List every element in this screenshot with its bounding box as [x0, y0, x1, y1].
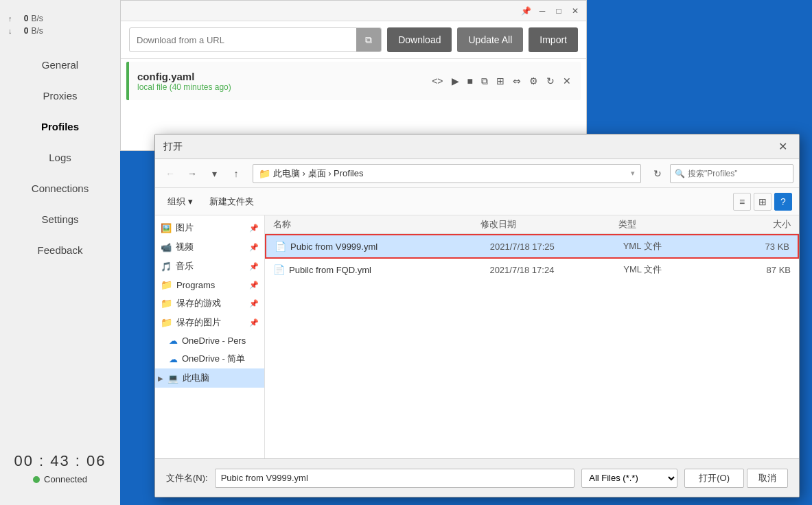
tree-item-onedrive2[interactable]: ☁ OneDrive - 简单: [155, 349, 264, 368]
maximize-button[interactable]: □: [553, 5, 564, 16]
col-type[interactable]: 类型: [618, 218, 722, 231]
paste-button[interactable]: ⧉: [356, 27, 381, 52]
sidebar-item-profiles[interactable]: Profiles: [0, 111, 120, 142]
tree-item-pictures[interactable]: 🖼️ 图片 📌: [155, 218, 264, 237]
dropdown-button[interactable]: ▾: [205, 164, 224, 183]
tree-item-music-label: 音乐: [176, 260, 194, 272]
new-folder-button[interactable]: 新建文件夹: [204, 193, 259, 211]
file0-date: 2021/7/18 17:25: [490, 242, 623, 252]
stop-button[interactable]: ■: [466, 74, 474, 88]
file0-name: Pubic from V9999.yml: [290, 242, 490, 252]
breadcrumb-bar[interactable]: 📁 此电脑 › 桌面 › Profiles ▾: [253, 164, 641, 183]
minimize-button[interactable]: ─: [537, 5, 548, 16]
sidebar-tree: 🖼️ 图片 📌 📹 视频 📌 🎵 音乐 📌 📁 Programs 📌 📁: [155, 215, 265, 458]
url-input[interactable]: [130, 35, 356, 45]
saved-games-folder-icon: 📁: [161, 298, 172, 309]
tree-item-saved-games[interactable]: 📁 保存的游戏 📌: [155, 294, 264, 313]
dialog-nav: ← → ▾ ↑ 📁 此电脑 › 桌面 › Profiles ▾ ↻ 🔍: [155, 159, 799, 188]
update-all-button[interactable]: Update All: [457, 27, 523, 52]
open-button[interactable]: 打开(O): [684, 469, 744, 488]
col-name[interactable]: 名称: [273, 218, 480, 231]
file1-date: 2021/7/18 17:24: [489, 265, 623, 275]
sidebar-item-proxies[interactable]: Proxies: [0, 80, 120, 111]
file-row-0[interactable]: 📄 Pubic from V9999.yml 2021/7/18 17:25 Y…: [265, 234, 799, 259]
music-icon: 🎵: [161, 261, 172, 272]
gear-button[interactable]: ⚙: [528, 74, 540, 88]
file1-type: YML 文件: [623, 263, 723, 276]
back-button[interactable]: ←: [161, 164, 180, 183]
view-details-button[interactable]: ⊞: [754, 193, 772, 211]
config-close-button[interactable]: ✕: [561, 74, 572, 88]
close-button[interactable]: ✕: [570, 5, 581, 16]
tree-item-onedrive1[interactable]: ☁ OneDrive - Pers: [155, 332, 264, 349]
filetype-select[interactable]: All Files (*.*): [581, 469, 677, 488]
tree-item-music[interactable]: 🎵 音乐 📌: [155, 257, 264, 276]
help-button[interactable]: ?: [774, 193, 792, 211]
tree-item-videos-label: 视频: [176, 241, 194, 253]
forward-button[interactable]: →: [183, 164, 202, 183]
reload-button[interactable]: ↻: [545, 74, 556, 88]
file0-type: YML 文件: [623, 240, 723, 252]
dialog-close-button[interactable]: ✕: [774, 139, 791, 155]
file1-name: Pubilc from FQD.yml: [289, 265, 489, 275]
col-size[interactable]: 大小: [721, 218, 791, 231]
grid-button[interactable]: ⊞: [495, 74, 506, 88]
sidebar-item-feedback[interactable]: Feedback: [0, 235, 120, 266]
copy-button[interactable]: ⧉: [480, 74, 489, 89]
file1-icon: 📄: [273, 264, 285, 275]
play-button[interactable]: ▶: [450, 74, 461, 88]
tree-item-saved-pics-label: 保存的图片: [176, 316, 221, 329]
tree-item-saved-pics[interactable]: 📁 保存的图片 📌: [155, 313, 264, 332]
tree-item-videos[interactable]: 📹 视频 📌: [155, 237, 264, 257]
upload-arrow-icon: ↑: [8, 14, 12, 23]
dialog-body: 🖼️ 图片 📌 📹 视频 📌 🎵 音乐 📌 📁 Programs 📌 📁: [155, 215, 799, 458]
saved-pics-folder-icon: 📁: [161, 317, 172, 328]
pin-icon6: 📌: [249, 318, 259, 327]
sidebar-nav: General Proxies Profiles Logs Connection…: [0, 49, 120, 266]
pin-icon4: 📌: [249, 281, 259, 290]
flip-button[interactable]: ⇔: [511, 74, 522, 88]
sidebar-item-settings[interactable]: Settings: [0, 204, 120, 235]
filename-input[interactable]: [215, 469, 575, 488]
main-toolbar: ⧉ Download Update All Import: [121, 21, 586, 59]
pin-icon: 📌: [249, 224, 259, 233]
breadcrumb-folder-icon: 📁: [259, 168, 270, 179]
sidebar-item-logs[interactable]: Logs: [0, 142, 120, 173]
import-button[interactable]: Import: [529, 27, 578, 52]
up-button[interactable]: ↑: [227, 164, 246, 183]
download-arrow-icon: ↓: [8, 27, 12, 35]
config-meta: local file (40 minutes ago): [137, 82, 424, 92]
videos-icon: 📹: [161, 242, 172, 252]
sidebar-item-connections[interactable]: Connections: [0, 173, 120, 204]
dialog-toolbar-row: 组织 ▾ 新建文件夹 ≡ ⊞ ?: [155, 188, 799, 215]
download-value: 0: [15, 26, 29, 36]
pin-icon5: 📌: [249, 299, 259, 308]
url-input-wrapper: ⧉: [129, 27, 382, 52]
file-row-1[interactable]: 📄 Pubilc from FQD.yml 2021/7/18 17:24 YM…: [265, 259, 799, 281]
file-list-area: 名称 修改日期 类型 大小 📄 Pubic from V9999.yml 202…: [265, 215, 799, 458]
refresh-button[interactable]: ↻: [648, 164, 667, 183]
col-date[interactable]: 修改日期: [480, 218, 618, 231]
tree-item-onedrive2-label: OneDrive - 简单: [182, 353, 245, 365]
code-view-button[interactable]: <>: [430, 74, 444, 88]
pin-icon3: 📌: [249, 262, 259, 271]
search-input[interactable]: [688, 169, 791, 178]
status-dot-icon: [33, 476, 40, 483]
download-button[interactable]: Download: [387, 27, 452, 52]
connection-label: Connected: [44, 474, 87, 484]
tree-item-this-pc[interactable]: ▶ 💻 此电脑: [155, 368, 264, 388]
file0-icon: 📄: [275, 241, 286, 252]
main-window: 📌 ─ □ ✕ ⧉ Download Update All Import con…: [120, 0, 587, 151]
sidebar-item-general[interactable]: General: [0, 49, 120, 80]
view-list-button[interactable]: ≡: [733, 193, 751, 211]
file-table-header: 名称 修改日期 类型 大小: [265, 215, 799, 234]
tree-item-programs-label: Programs: [176, 280, 215, 290]
file0-size: 73 KB: [723, 242, 789, 252]
pin-icon[interactable]: 📌: [520, 5, 531, 16]
organize-button[interactable]: 组织 ▾: [162, 193, 198, 211]
file-open-dialog: 打开 ✕ ← → ▾ ↑ 📁 此电脑 › 桌面 › Profiles ▾ ↻ 🔍…: [154, 134, 800, 497]
cancel-button[interactable]: 取消: [747, 469, 788, 488]
tree-item-programs[interactable]: 📁 Programs 📌: [155, 276, 264, 294]
onedrive1-icon: ☁: [169, 336, 178, 346]
programs-folder-icon: 📁: [161, 279, 172, 290]
